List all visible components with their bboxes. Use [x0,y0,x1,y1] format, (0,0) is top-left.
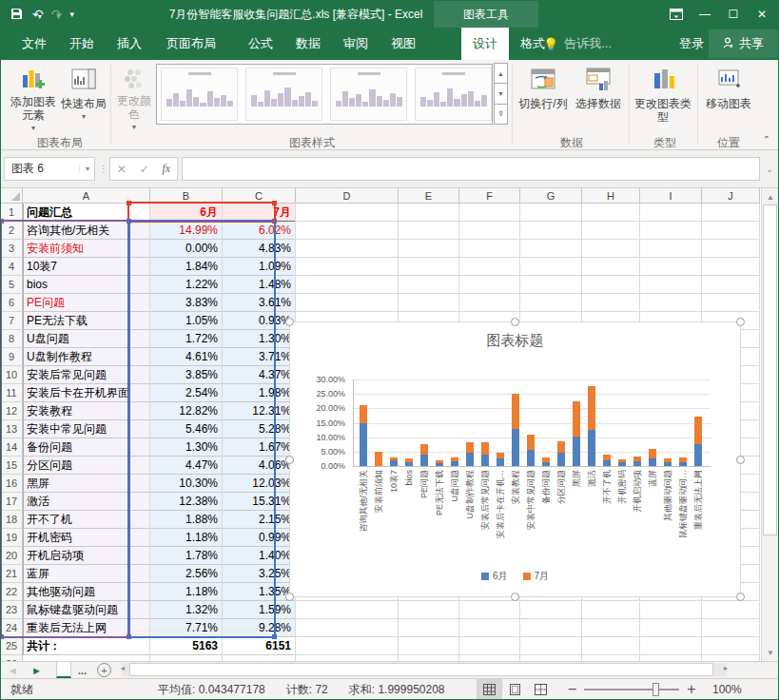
cell-A14[interactable]: 备份问题 [23,438,150,457]
horizontal-scrollbar[interactable]: ◂ ▸ [122,663,727,676]
redo-button[interactable]: ↷▾ [51,6,61,23]
row-header-8[interactable]: 8 [1,330,23,348]
cell-A6[interactable]: PE问题 [23,294,150,312]
sheet-next-icon[interactable]: ► [25,665,49,676]
sign-in-button[interactable]: 登录 [672,28,711,60]
sheet-prev-icon[interactable]: ◄ [1,665,25,676]
cell-C16[interactable]: 12.03% [223,475,296,493]
row-header-20[interactable]: 20 [1,547,23,565]
row-header-14[interactable]: 14 [1,438,23,457]
chart-selection-handle[interactable] [736,456,745,464]
cell-B2[interactable]: 14.99% [150,222,223,240]
cell-B11[interactable]: 2.54% [150,384,223,402]
cell-B6[interactable]: 3.83% [150,294,223,312]
row-header-7[interactable]: 7 [1,312,23,330]
cell-C8[interactable]: 1.30% [223,330,296,348]
tab-审阅[interactable]: 审阅 [332,28,380,60]
bar-6月-15[interactable] [588,430,595,466]
bar-6月-4[interactable] [420,455,428,466]
cell-A15[interactable]: 分区问题 [23,457,150,475]
cell-B10[interactable]: 3.85% [150,366,223,384]
row-header-6[interactable]: 6 [1,294,23,312]
move-chart-button[interactable]: 移动图表 [701,64,756,134]
maximize-button[interactable]: ☐ [719,1,748,28]
bar-7月-14[interactable] [573,401,580,436]
column-header-J[interactable]: J [702,188,760,204]
bar-6月-7[interactable] [466,453,474,466]
row-header-3[interactable]: 3 [1,240,23,258]
cell-C19[interactable]: 0.99% [223,529,296,547]
bar-6月-13[interactable] [557,453,565,466]
share-button[interactable]: 共享 [709,29,778,58]
chart-selection-handle[interactable] [511,318,519,326]
cell-A10[interactable]: 安装后常见问题 [23,366,150,384]
cell-A21[interactable]: 蓝屏 [23,565,150,583]
zoom-out-icon[interactable]: − [568,681,576,698]
row-header-17[interactable]: 17 [1,493,23,511]
chart-selection-handle[interactable] [736,318,745,326]
row-header-16[interactable]: 16 [1,475,23,493]
cell-B25[interactable]: 5163 [150,637,223,655]
data-table[interactable]: 问题汇总6月7月咨询其他/无相关14.99%6.02%安装前须知0.00%4.8… [23,204,296,655]
bar-6月-16[interactable] [603,460,611,466]
cell-A16[interactable]: 黑屏 [23,475,150,493]
zoom-slider-thumb[interactable] [652,683,659,696]
bar-6月-19[interactable] [649,458,656,466]
bar-6月-20[interactable] [664,462,672,466]
bar-6月-0[interactable] [360,423,367,466]
minimize-button[interactable]: — [691,1,719,28]
cell-C12[interactable]: 12.31% [223,402,296,420]
cell-B12[interactable]: 12.82% [150,402,223,420]
page-break-view-icon[interactable] [528,679,554,700]
tab-插入[interactable]: 插入 [106,28,153,60]
cell-B18[interactable]: 1.88% [150,511,223,529]
cell-C5[interactable]: 1.48% [223,276,296,294]
bar-7月-10[interactable] [512,394,519,429]
bar-7月-20[interactable] [664,458,672,462]
bar-6月-10[interactable] [512,429,519,466]
bar-6月-14[interactable] [573,437,580,466]
tab-页面布局[interactable]: 页面布局 [153,28,229,60]
bar-7月-9[interactable] [497,453,504,458]
scroll-right-icon[interactable]: ▸ [724,664,728,672]
cell-C24[interactable]: 9.28% [223,619,296,637]
bar-7月-16[interactable] [603,455,611,461]
bar-7月-22[interactable] [694,417,702,443]
bar-7月-18[interactable] [633,457,641,460]
cell-A19[interactable]: 开机密码 [23,529,150,547]
bar-7月-0[interactable] [360,405,367,422]
column-header-E[interactable]: E [399,188,459,204]
cell-A24[interactable]: 重装后无法上网 [23,619,150,637]
cell-C14[interactable]: 1.67% [223,438,296,457]
column-header-H[interactable]: H [582,188,640,204]
cell-B15[interactable]: 4.47% [150,457,223,475]
cell-A3[interactable]: 安装前须知 [23,240,150,258]
cell-A5[interactable]: bios [23,276,150,294]
tab-公式[interactable]: 公式 [237,28,284,60]
gallery-expand-icon[interactable]: ⊽ [494,104,508,125]
cell-B1[interactable]: 6月 [150,204,223,222]
cell-C18[interactable]: 2.15% [223,511,296,529]
bar-7月-3[interactable] [405,458,413,462]
cell-C6[interactable]: 3.61% [223,294,296,312]
cell-B9[interactable]: 4.61% [150,348,223,366]
cancel-icon[interactable]: ✕ [117,163,127,176]
cell-A13[interactable]: 安装中常见问题 [23,420,150,438]
chart-object[interactable]: 图表标题 6月7月 30.00%25.00%20.00%15.00%10.00%… [289,321,741,597]
scroll-down-icon[interactable]: ▼ [763,645,778,660]
cell-A1[interactable]: 问题汇总 [23,204,150,222]
cell-A11[interactable]: 安装后卡在开机界面 [23,384,150,402]
row-header-1[interactable]: 1 [1,204,23,222]
cell-B13[interactable]: 5.46% [150,420,223,438]
tab-数据[interactable]: 数据 [284,28,332,60]
name-box[interactable]: 图表 6 ▾ [4,157,95,181]
cell-C23[interactable]: 1.59% [223,601,296,619]
cell-C11[interactable]: 1.98% [223,384,296,402]
change-chart-type-button[interactable]: 更改图表类型 [633,64,693,134]
row-header-4[interactable]: 4 [1,258,23,276]
formula-bar-expand-icon[interactable]: ⌄ [762,157,777,181]
bar-7月-8[interactable] [481,442,489,455]
bar-7月-7[interactable] [466,442,474,453]
row-header-11[interactable]: 11 [1,384,23,402]
zoom-percentage[interactable]: 100% [712,679,742,700]
